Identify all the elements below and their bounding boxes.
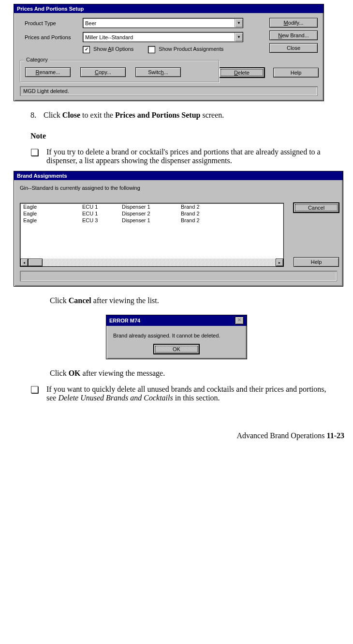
- table-cell: Brand 2: [178, 217, 283, 224]
- note-item: ❏ If you try to delete a brand or cockta…: [30, 148, 330, 165]
- show-product-assignments-check[interactable]: Show Product Assignments: [148, 46, 223, 53]
- page-footer: Advanced Brand Operations 11-23: [4, 431, 349, 440]
- table-row[interactable]: EagleECU 1Dispenser 1Brand 2: [20, 203, 283, 210]
- error-dialog: ERROR M74 ✕ Brand already assigned. It c…: [106, 315, 247, 359]
- table-cell: Eagle: [20, 217, 79, 224]
- instruction-text: Click OK after viewing the message.: [50, 369, 330, 378]
- table-cell: Eagle: [20, 203, 79, 210]
- dialog-title: Prices And Portions Setup: [17, 6, 84, 12]
- help-button[interactable]: Help: [273, 68, 319, 77]
- assignment-message: Gin--Standard is currently assigned to t…: [20, 185, 337, 191]
- dialog-titlebar: Brand Assignments: [14, 171, 343, 180]
- table-cell: ECU 1: [79, 203, 119, 210]
- dialog-title: ERROR M74: [109, 318, 140, 323]
- step-text: Click Close to exit the Prices and Porti…: [44, 111, 224, 120]
- scroll-thumb[interactable]: [28, 259, 43, 266]
- status-bar: [20, 271, 337, 281]
- prices-portions-combo[interactable]: Miller Lite--Standard ▼: [83, 32, 243, 42]
- note-item: ❏ If you want to quickly delete all unus…: [30, 385, 330, 402]
- note-text: If you try to delete a brand or cocktail…: [46, 148, 330, 165]
- dropdown-icon[interactable]: ▼: [235, 33, 243, 41]
- instruction-text: Click Cancel after viewing the list.: [50, 296, 330, 305]
- prices-portions-value: Miller Lite--Standard: [83, 33, 235, 41]
- close-button[interactable]: Close: [269, 43, 318, 53]
- delete-button[interactable]: Delete: [219, 68, 265, 77]
- ok-button[interactable]: OK: [154, 344, 199, 354]
- new-brand-button[interactable]: New Brand...: [269, 31, 318, 40]
- product-type-label: Product Type: [20, 20, 83, 26]
- table-cell: Eagle: [20, 210, 79, 217]
- horizontal-scrollbar[interactable]: ◂ ▸: [20, 259, 283, 266]
- step-number: 8.: [30, 111, 36, 120]
- category-group-label: Category: [24, 57, 50, 62]
- checkbox-unchecked-icon: [148, 46, 155, 53]
- switch-button[interactable]: Switch...: [135, 67, 181, 77]
- scroll-left-icon[interactable]: ◂: [20, 259, 28, 266]
- checkbox-checked-icon: ✓: [83, 46, 90, 53]
- square-bullet-icon: ❏: [30, 148, 39, 165]
- product-type-combo[interactable]: Beer ▼: [83, 18, 243, 28]
- rename-button[interactable]: Rename...: [25, 67, 71, 77]
- table-cell: ECU 1: [79, 210, 119, 217]
- table-row[interactable]: EagleECU 1Dispenser 2Brand 2: [20, 210, 283, 217]
- assignments-list[interactable]: EagleECU 1Dispenser 1Brand 2EagleECU 1Di…: [20, 203, 284, 267]
- status-bar: MGD Light deleted.: [20, 86, 318, 96]
- table-cell: Brand 2: [178, 210, 283, 217]
- dropdown-icon[interactable]: ▼: [235, 19, 243, 27]
- copy-button[interactable]: Copy...: [80, 67, 126, 77]
- error-message: Brand already assigned. It cannot be del…: [112, 331, 241, 344]
- table-cell: ECU 3: [79, 217, 119, 224]
- table-cell: Brand 2: [178, 203, 283, 210]
- product-type-value: Beer: [83, 19, 235, 27]
- table-row[interactable]: EagleECU 3Dispenser 1Brand 2: [20, 217, 283, 224]
- square-bullet-icon: ❏: [30, 385, 39, 402]
- dialog-titlebar: ERROR M74 ✕: [106, 315, 247, 326]
- show-all-options-check[interactable]: ✓ Show All Options: [83, 46, 133, 53]
- note-text: If you want to quickly delete all unused…: [46, 385, 330, 402]
- modify-button[interactable]: Modify...: [269, 18, 318, 28]
- prices-portions-label: Prices and Portions: [20, 34, 83, 40]
- table-cell: Dispenser 2: [119, 210, 178, 217]
- scroll-right-icon[interactable]: ▸: [276, 259, 283, 266]
- cancel-button[interactable]: Cancel: [294, 203, 339, 213]
- close-icon[interactable]: ✕: [235, 317, 244, 324]
- dialog-titlebar: Prices And Portions Setup: [14, 4, 324, 13]
- table-cell: Dispenser 1: [119, 217, 178, 224]
- dialog-title: Brand Assignments: [17, 173, 67, 179]
- brand-assignments-dialog: Brand Assignments Gin--Standard is curre…: [14, 171, 343, 287]
- prices-portions-dialog: Prices And Portions Setup Product Type B…: [14, 4, 324, 101]
- help-button[interactable]: Help: [294, 257, 339, 267]
- table-cell: Dispenser 1: [119, 203, 178, 210]
- note-heading: Note: [30, 132, 330, 140]
- step-8: 8. Click Close to exit the Prices and Po…: [30, 111, 330, 120]
